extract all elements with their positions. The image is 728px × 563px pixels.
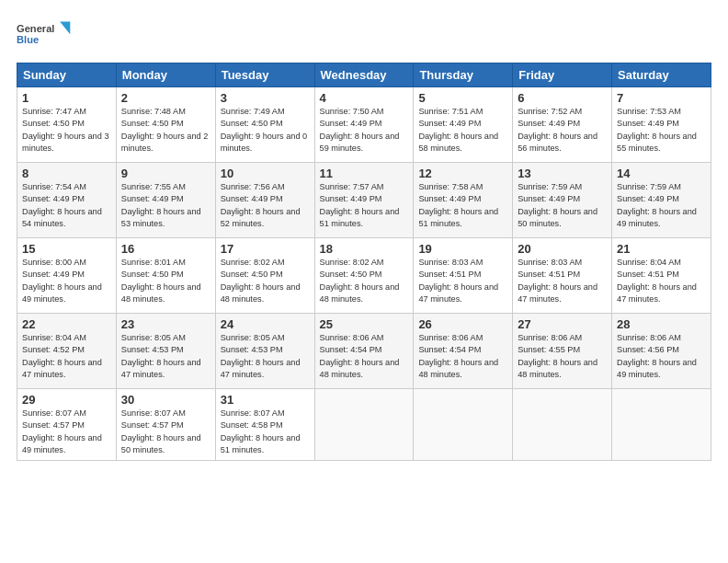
day-info: Sunrise: 7:48 AM Sunset: 4:50 PM Dayligh… [121, 106, 210, 155]
day-info: Sunrise: 8:07 AM Sunset: 4:57 PM Dayligh… [121, 408, 210, 456]
day-info: Sunrise: 7:59 AM Sunset: 4:49 PM Dayligh… [617, 181, 706, 230]
day-info: Sunrise: 7:56 AM Sunset: 4:49 PM Dayligh… [221, 181, 310, 230]
day-number: 27 [518, 317, 607, 331]
calendar-cell: 26 Sunrise: 8:06 AM Sunset: 4:54 PM Dayl… [414, 314, 513, 389]
calendar-cell: 8 Sunrise: 7:54 AM Sunset: 4:49 PM Dayli… [17, 163, 117, 238]
calendar-cell: 16 Sunrise: 8:01 AM Sunset: 4:50 PM Dayl… [116, 238, 215, 314]
day-info: Sunrise: 8:02 AM Sunset: 4:50 PM Dayligh… [221, 257, 310, 305]
calendar-header-thursday: Thursday [414, 63, 513, 87]
calendar-cell: 14 Sunrise: 7:59 AM Sunset: 4:49 PM Dayl… [612, 163, 711, 238]
day-number: 20 [518, 242, 607, 256]
calendar-week-row-3: 15 Sunrise: 8:00 AM Sunset: 4:49 PM Dayl… [17, 238, 711, 314]
header: General Blue [17, 17, 711, 53]
day-number: 2 [121, 91, 210, 105]
day-number: 19 [418, 242, 507, 256]
day-info: Sunrise: 7:54 AM Sunset: 4:49 PM Dayligh… [22, 181, 111, 230]
day-number: 10 [221, 167, 310, 180]
calendar-header-monday: Monday [116, 63, 215, 87]
day-number: 7 [617, 91, 706, 105]
day-info: Sunrise: 8:04 AM Sunset: 4:51 PM Dayligh… [617, 257, 706, 305]
calendar-cell: 23 Sunrise: 8:05 AM Sunset: 4:53 PM Dayl… [116, 314, 215, 389]
calendar-cell: 27 Sunrise: 8:06 AM Sunset: 4:55 PM Dayl… [513, 314, 612, 389]
day-info: Sunrise: 7:51 AM Sunset: 4:49 PM Dayligh… [418, 106, 507, 155]
day-info: Sunrise: 8:06 AM Sunset: 4:55 PM Dayligh… [518, 332, 607, 381]
day-number: 5 [418, 91, 507, 105]
calendar-cell: 5 Sunrise: 7:51 AM Sunset: 4:49 PM Dayli… [414, 87, 513, 163]
day-info: Sunrise: 8:01 AM Sunset: 4:50 PM Dayligh… [121, 257, 210, 305]
calendar-cell: 10 Sunrise: 7:56 AM Sunset: 4:49 PM Dayl… [215, 163, 314, 238]
calendar-cell [414, 389, 513, 461]
calendar-cell: 18 Sunrise: 8:02 AM Sunset: 4:50 PM Dayl… [314, 238, 414, 314]
day-number: 17 [221, 242, 310, 256]
page: General Blue SundayMondayTuesdayWednesda… [0, 0, 728, 563]
day-number: 23 [121, 317, 210, 331]
calendar-cell: 31 Sunrise: 8:07 AM Sunset: 4:58 PM Dayl… [215, 389, 314, 461]
calendar-cell: 2 Sunrise: 7:48 AM Sunset: 4:50 PM Dayli… [116, 87, 215, 163]
calendar-cell: 1 Sunrise: 7:47 AM Sunset: 4:50 PM Dayli… [17, 87, 117, 163]
day-info: Sunrise: 7:59 AM Sunset: 4:49 PM Dayligh… [518, 181, 607, 230]
calendar-cell: 19 Sunrise: 8:03 AM Sunset: 4:51 PM Dayl… [414, 238, 513, 314]
svg-marker-2 [60, 21, 70, 34]
calendar-cell: 4 Sunrise: 7:50 AM Sunset: 4:49 PM Dayli… [314, 87, 414, 163]
day-number: 9 [121, 167, 210, 180]
day-info: Sunrise: 8:00 AM Sunset: 4:49 PM Dayligh… [22, 257, 111, 305]
calendar-cell: 30 Sunrise: 8:07 AM Sunset: 4:57 PM Dayl… [116, 389, 215, 461]
day-number: 26 [418, 317, 507, 331]
day-number: 16 [121, 242, 210, 256]
logo-svg: General Blue [17, 17, 72, 53]
day-info: Sunrise: 7:47 AM Sunset: 4:50 PM Dayligh… [22, 106, 111, 155]
calendar-cell: 24 Sunrise: 8:05 AM Sunset: 4:53 PM Dayl… [215, 314, 314, 389]
calendar-table: SundayMondayTuesdayWednesdayThursdayFrid… [17, 63, 711, 461]
calendar-cell: 20 Sunrise: 8:03 AM Sunset: 4:51 PM Dayl… [513, 238, 612, 314]
calendar-week-row-1: 1 Sunrise: 7:47 AM Sunset: 4:50 PM Dayli… [17, 87, 711, 163]
day-info: Sunrise: 7:55 AM Sunset: 4:49 PM Dayligh… [121, 181, 210, 230]
day-number: 3 [221, 91, 310, 105]
day-number: 11 [320, 167, 409, 180]
calendar-cell [513, 389, 612, 461]
day-number: 18 [320, 242, 409, 256]
calendar-cell: 7 Sunrise: 7:53 AM Sunset: 4:49 PM Dayli… [612, 87, 711, 163]
calendar-cell: 15 Sunrise: 8:00 AM Sunset: 4:49 PM Dayl… [17, 238, 117, 314]
calendar-cell: 9 Sunrise: 7:55 AM Sunset: 4:49 PM Dayli… [116, 163, 215, 238]
day-info: Sunrise: 8:04 AM Sunset: 4:52 PM Dayligh… [22, 332, 111, 381]
day-info: Sunrise: 7:58 AM Sunset: 4:49 PM Dayligh… [418, 181, 507, 230]
calendar-header-wednesday: Wednesday [314, 63, 414, 87]
calendar-header-tuesday: Tuesday [215, 63, 314, 87]
day-number: 29 [22, 393, 111, 407]
day-info: Sunrise: 8:06 AM Sunset: 4:56 PM Dayligh… [617, 332, 706, 381]
calendar-week-row-4: 22 Sunrise: 8:04 AM Sunset: 4:52 PM Dayl… [17, 314, 711, 389]
calendar-cell: 17 Sunrise: 8:02 AM Sunset: 4:50 PM Dayl… [215, 238, 314, 314]
day-info: Sunrise: 8:06 AM Sunset: 4:54 PM Dayligh… [418, 332, 507, 381]
calendar-cell: 12 Sunrise: 7:58 AM Sunset: 4:49 PM Dayl… [414, 163, 513, 238]
day-number: 22 [22, 317, 111, 331]
calendar-cell [314, 389, 414, 461]
day-info: Sunrise: 7:57 AM Sunset: 4:49 PM Dayligh… [320, 181, 409, 230]
day-number: 15 [22, 242, 111, 256]
day-number: 24 [221, 317, 310, 331]
calendar-cell: 6 Sunrise: 7:52 AM Sunset: 4:49 PM Dayli… [513, 87, 612, 163]
day-number: 30 [121, 393, 210, 407]
calendar-header-row: SundayMondayTuesdayWednesdayThursdayFrid… [17, 63, 711, 87]
svg-text:Blue: Blue [17, 34, 39, 45]
calendar-cell: 11 Sunrise: 7:57 AM Sunset: 4:49 PM Dayl… [314, 163, 414, 238]
calendar-header-friday: Friday [513, 63, 612, 87]
day-info: Sunrise: 7:49 AM Sunset: 4:50 PM Dayligh… [221, 106, 310, 155]
day-info: Sunrise: 8:02 AM Sunset: 4:50 PM Dayligh… [320, 257, 409, 305]
day-info: Sunrise: 8:03 AM Sunset: 4:51 PM Dayligh… [418, 257, 507, 305]
calendar-cell: 29 Sunrise: 8:07 AM Sunset: 4:57 PM Dayl… [17, 389, 117, 461]
calendar-cell: 21 Sunrise: 8:04 AM Sunset: 4:51 PM Dayl… [612, 238, 711, 314]
day-number: 25 [320, 317, 409, 331]
day-number: 1 [22, 91, 111, 105]
day-number: 8 [22, 167, 111, 180]
day-info: Sunrise: 8:05 AM Sunset: 4:53 PM Dayligh… [121, 332, 210, 381]
day-info: Sunrise: 8:07 AM Sunset: 4:58 PM Dayligh… [221, 408, 310, 456]
day-number: 21 [617, 242, 706, 256]
calendar-cell [612, 389, 711, 461]
calendar-cell: 13 Sunrise: 7:59 AM Sunset: 4:49 PM Dayl… [513, 163, 612, 238]
day-number: 13 [518, 167, 607, 180]
calendar-week-row-2: 8 Sunrise: 7:54 AM Sunset: 4:49 PM Dayli… [17, 163, 711, 238]
calendar-cell: 3 Sunrise: 7:49 AM Sunset: 4:50 PM Dayli… [215, 87, 314, 163]
day-info: Sunrise: 8:03 AM Sunset: 4:51 PM Dayligh… [518, 257, 607, 305]
calendar-cell: 25 Sunrise: 8:06 AM Sunset: 4:54 PM Dayl… [314, 314, 414, 389]
day-info: Sunrise: 8:07 AM Sunset: 4:57 PM Dayligh… [22, 408, 111, 456]
